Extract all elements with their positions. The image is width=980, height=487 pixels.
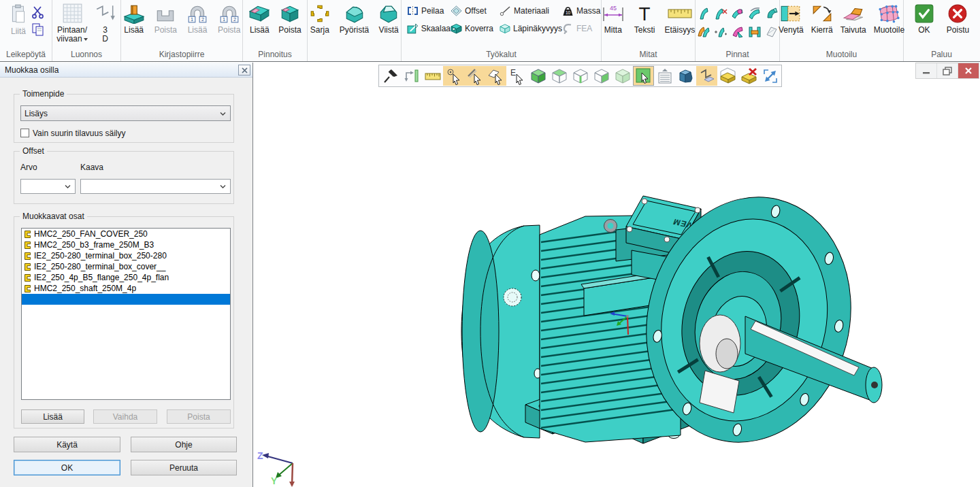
sketch-mode-button[interactable] [696, 66, 717, 86]
distance-button[interactable]: Etäisyys [663, 3, 698, 35]
surface-cone-button[interactable] [730, 22, 746, 41]
select-face-button[interactable] [485, 66, 506, 86]
shape-button[interactable]: Muotoile [872, 3, 906, 35]
restore-icon [943, 67, 952, 75]
select-edge-button[interactable] [464, 66, 485, 86]
apply-button[interactable]: Käytä [14, 437, 120, 452]
dialog-close-button[interactable] [238, 65, 250, 75]
coating-add-icon [248, 3, 270, 24]
list-item-selected[interactable] [22, 294, 230, 305]
close-x-icon [242, 67, 248, 73]
close-window-button[interactable] [958, 63, 979, 78]
change-part-button[interactable]: Vaihda [93, 409, 157, 424]
display-solid-button[interactable] [527, 66, 549, 86]
hollow-button[interactable]: Koverra [451, 23, 500, 34]
ok-button[interactable]: OK [912, 3, 936, 35]
surface-delete-button[interactable] [713, 4, 729, 22]
mirror-button[interactable]: Peilaa [407, 5, 451, 16]
svg-text:Z: Z [257, 450, 263, 461]
rotate-button[interactable]: Kierrä [809, 3, 835, 35]
select-face-icon [487, 67, 505, 85]
sketch-3d-button[interactable]: 3D [93, 3, 118, 44]
scale-icon [407, 23, 419, 34]
copy-button[interactable] [31, 22, 46, 37]
help-button[interactable]: Ohje [131, 437, 237, 452]
fit-dimension-button[interactable] [401, 66, 422, 86]
chamfer-button[interactable]: Viistä [376, 3, 402, 35]
3d-viewport[interactable]: VEM Z [253, 62, 980, 487]
bend-button[interactable]: Taivuta [838, 3, 868, 35]
cancel-button[interactable]: Peruuta [131, 460, 237, 475]
list-item[interactable]: IE2_250-280_terminal_box_250-280 [22, 250, 230, 261]
display-top-face-button[interactable] [549, 66, 570, 86]
chevron-down-icon [65, 185, 71, 188]
pin-toolbar-button[interactable] [380, 66, 401, 86]
action-group-label: Toimenpide [20, 89, 67, 99]
library2-add-button[interactable]: 1 2 Lisää [184, 3, 210, 35]
library-remove-button[interactable]: Poista [152, 3, 179, 35]
sketch-on-surface-button[interactable]: Pintaan/viivaan [54, 3, 89, 44]
list-item[interactable]: HMC2_250_FAN_COVER_250 [22, 229, 230, 239]
restore-button[interactable] [937, 63, 958, 78]
mass-button[interactable]: 10 Massa [562, 5, 604, 16]
surface-trim-button[interactable] [747, 22, 763, 41]
dimension-icon: 45 [602, 3, 625, 24]
coating-add-button[interactable]: Lisää [246, 3, 272, 35]
fillet-button[interactable]: Pyöristä [338, 3, 371, 35]
text-button[interactable]: T Teksti [632, 3, 657, 35]
parts-listbox[interactable]: HMC2_250_FAN_COVER_250 HMC2_250_b3_frame… [21, 228, 231, 400]
pattern-button[interactable]: Sarja [307, 3, 333, 35]
display-edge-button[interactable] [570, 66, 591, 86]
rotate-icon [811, 3, 833, 24]
library-add-button[interactable]: Lisää [121, 3, 147, 35]
list-item[interactable]: HMC2_250_shaft_250M_4p [22, 283, 230, 294]
part-icon [23, 263, 32, 271]
transparency-button[interactable]: Läpinäkyvyys [500, 23, 562, 34]
library2-remove-button[interactable]: 1 2 Poista [216, 3, 242, 35]
select-solid-button[interactable] [633, 66, 654, 86]
value-dropdown[interactable] [20, 179, 76, 194]
view-axis-triad: Z Y [257, 450, 295, 487]
surface-delete-icon [714, 7, 728, 20]
hollow-icon [451, 23, 462, 34]
scale-button[interactable]: Skaalaa [407, 23, 451, 34]
workplane-button[interactable] [717, 66, 738, 86]
selection-list-button[interactable] [654, 66, 675, 86]
surface-offset-button[interactable] [696, 22, 712, 41]
paste-button[interactable]: Liitä [6, 3, 31, 36]
stretch-button[interactable]: Venytä [777, 3, 806, 35]
surface-button[interactable] [696, 4, 712, 22]
display-translucent-button[interactable] [612, 66, 633, 86]
remove-part-button[interactable]: Poista [167, 409, 231, 424]
measure-button[interactable] [422, 66, 443, 86]
dimension-button[interactable]: 45 Mitta [600, 3, 627, 35]
keep-largest-volume-checkbox[interactable] [20, 129, 29, 137]
minimize-button[interactable] [916, 63, 937, 78]
ok-dialog-button[interactable]: OK [14, 460, 120, 475]
display-face-button[interactable] [591, 66, 612, 86]
workplane-delete-button[interactable] [738, 66, 760, 86]
select-element-button[interactable]: E [506, 66, 527, 86]
select-point-button[interactable] [443, 66, 464, 86]
fea-button[interactable]: FEA [562, 23, 604, 34]
coating-remove-button[interactable]: Poista [276, 3, 303, 35]
action-dropdown[interactable]: Lisäys [20, 105, 231, 121]
list-item[interactable]: IE2_250-280_terminal_box_cover__ [22, 261, 230, 272]
surface-fillet-button[interactable] [730, 4, 746, 22]
solid-l-icon [677, 67, 695, 85]
cut-button[interactable] [31, 5, 46, 20]
surface-extend-button[interactable] [747, 4, 763, 22]
list-item[interactable]: HMC2_250_b3_frame_250M_B3 [22, 239, 230, 250]
list-item[interactable]: IE2_250_4p_B5_flange_250_4p_flan [22, 272, 230, 283]
workplane-delete-icon [740, 67, 758, 85]
add-part-button[interactable]: Lisää [21, 409, 84, 424]
surface-move-button[interactable] [713, 22, 729, 41]
group-label-return: Paluu [904, 50, 979, 59]
formula-dropdown[interactable] [80, 179, 231, 194]
dialog-titlebar[interactable]: Muokkaa osilla [0, 63, 252, 78]
material-button[interactable]: Materiaali [500, 5, 562, 16]
expand-view-button[interactable] [760, 66, 781, 86]
show-solid-button[interactable] [675, 66, 696, 86]
offset-button[interactable]: Offset [451, 5, 500, 16]
exit-button[interactable]: Poistu [945, 3, 971, 35]
